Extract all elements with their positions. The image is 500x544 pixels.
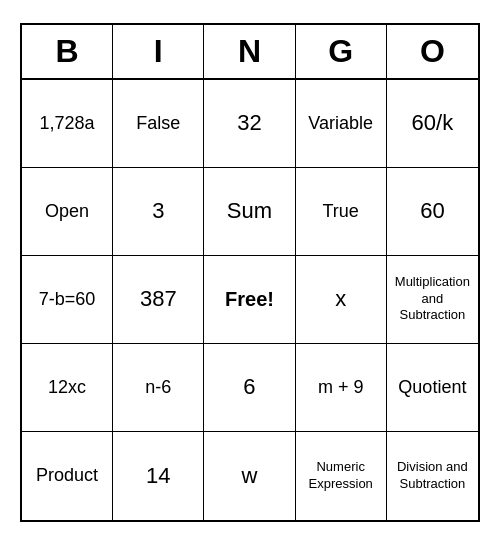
- grid-cell-5: Open: [22, 168, 113, 256]
- header-letter-G: G: [296, 25, 387, 78]
- grid-cell-19: Quotient: [387, 344, 478, 432]
- bingo-grid: 1,728aFalse32Variable60/kOpen3SumTrue607…: [22, 80, 478, 520]
- grid-cell-10: 7-b=60: [22, 256, 113, 344]
- header-letter-N: N: [204, 25, 295, 78]
- grid-cell-21: 14: [113, 432, 204, 520]
- grid-cell-13: x: [296, 256, 387, 344]
- grid-cell-6: 3: [113, 168, 204, 256]
- cell-text-8: True: [323, 201, 359, 222]
- grid-cell-11: 387: [113, 256, 204, 344]
- header-letter-I: I: [113, 25, 204, 78]
- grid-cell-14: Multiplication and Subtraction: [387, 256, 478, 344]
- grid-cell-0: 1,728a: [22, 80, 113, 168]
- cell-text-11: 387: [140, 286, 177, 312]
- grid-cell-17: 6: [204, 344, 295, 432]
- grid-cell-12: Free!: [204, 256, 295, 344]
- grid-cell-23: Numeric Expression: [296, 432, 387, 520]
- grid-cell-15: 12xc: [22, 344, 113, 432]
- cell-text-22: w: [242, 463, 258, 489]
- cell-text-2: 32: [237, 110, 261, 136]
- header-letter-O: O: [387, 25, 478, 78]
- bingo-header: BINGO: [22, 25, 478, 80]
- grid-cell-24: Division and Subtraction: [387, 432, 478, 520]
- cell-text-17: 6: [243, 374, 255, 400]
- cell-text-9: 60: [420, 198, 444, 224]
- grid-cell-8: True: [296, 168, 387, 256]
- grid-cell-20: Product: [22, 432, 113, 520]
- cell-text-1: False: [136, 113, 180, 134]
- cell-text-0: 1,728a: [40, 113, 95, 134]
- grid-cell-2: 32: [204, 80, 295, 168]
- cell-text-7: Sum: [227, 198, 272, 224]
- cell-text-14: Multiplication and Subtraction: [391, 274, 474, 325]
- grid-cell-1: False: [113, 80, 204, 168]
- cell-text-6: 3: [152, 198, 164, 224]
- cell-text-12: Free!: [225, 288, 274, 311]
- cell-text-19: Quotient: [398, 377, 466, 398]
- header-letter-B: B: [22, 25, 113, 78]
- grid-cell-9: 60: [387, 168, 478, 256]
- cell-text-5: Open: [45, 201, 89, 222]
- cell-text-18: m + 9: [318, 377, 364, 398]
- grid-cell-16: n-6: [113, 344, 204, 432]
- cell-text-3: Variable: [308, 113, 373, 134]
- grid-cell-3: Variable: [296, 80, 387, 168]
- cell-text-20: Product: [36, 465, 98, 486]
- cell-text-4: 60/k: [412, 110, 454, 136]
- cell-text-21: 14: [146, 463, 170, 489]
- grid-cell-4: 60/k: [387, 80, 478, 168]
- bingo-card: BINGO 1,728aFalse32Variable60/kOpen3SumT…: [20, 23, 480, 522]
- cell-text-13: x: [335, 286, 346, 312]
- cell-text-24: Division and Subtraction: [391, 459, 474, 493]
- cell-text-16: n-6: [145, 377, 171, 398]
- grid-cell-18: m + 9: [296, 344, 387, 432]
- grid-cell-7: Sum: [204, 168, 295, 256]
- cell-text-10: 7-b=60: [39, 289, 96, 310]
- grid-cell-22: w: [204, 432, 295, 520]
- cell-text-23: Numeric Expression: [300, 459, 382, 493]
- cell-text-15: 12xc: [48, 377, 86, 398]
